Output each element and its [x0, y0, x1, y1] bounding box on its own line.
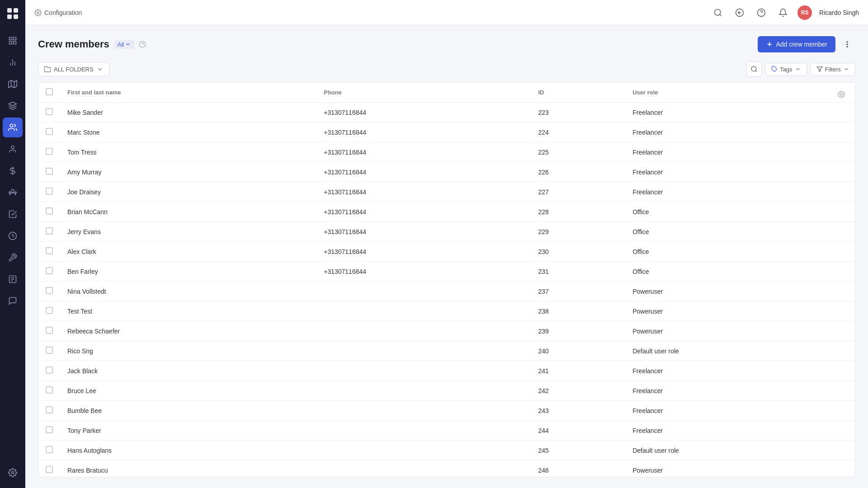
table-row[interactable]: Jerry Evans +31307116844 229 Office	[38, 222, 855, 242]
table-row[interactable]: Joe Draisey +31307116844 227 Freelancer	[38, 182, 855, 202]
search-toggle-button[interactable]	[746, 61, 762, 77]
sidebar-item-dashboard[interactable]	[3, 31, 23, 51]
sidebar-item-users[interactable]	[3, 117, 23, 137]
row-checkbox-cell[interactable]	[38, 341, 60, 361]
row-checkbox[interactable]	[46, 247, 53, 254]
sidebar-item-finance[interactable]	[3, 161, 23, 181]
sidebar-item-layers[interactable]	[3, 96, 23, 116]
row-checkbox[interactable]	[46, 466, 53, 473]
row-checkbox-cell[interactable]	[38, 401, 60, 421]
table-row[interactable]: Rico Sng 240 Default user role	[38, 341, 855, 361]
table-row[interactable]: Bruce Lee 242 Freelancer	[38, 381, 855, 401]
row-checkbox[interactable]	[46, 366, 53, 374]
cell-id: 227	[531, 182, 626, 202]
cell-name: Test Test	[60, 301, 316, 321]
filter-badge[interactable]: All	[114, 40, 134, 49]
select-all-header[interactable]	[38, 83, 60, 103]
table-row[interactable]: Alex Clark +31307116844 230 Office	[38, 242, 855, 262]
table-scroll-area[interactable]: First and last name Phone ID User role M…	[38, 83, 855, 477]
row-checkbox-cell[interactable]	[38, 162, 60, 182]
row-checkbox[interactable]	[46, 227, 53, 235]
sidebar-item-analytics[interactable]	[3, 52, 23, 72]
add-crew-member-button[interactable]: Add crew member	[758, 36, 835, 52]
row-checkbox-cell[interactable]	[38, 361, 60, 381]
table-row[interactable]: Tom Tress +31307116844 225 Freelancer	[38, 142, 855, 162]
row-checkbox[interactable]	[46, 108, 53, 115]
row-checkbox-cell[interactable]	[38, 381, 60, 401]
row-checkbox[interactable]	[46, 148, 53, 155]
sidebar-item-team[interactable]	[3, 183, 23, 202]
row-checkbox[interactable]	[46, 426, 53, 433]
row-checkbox[interactable]	[46, 267, 53, 274]
cell-id: 224	[531, 122, 626, 142]
row-checkbox-cell[interactable]	[38, 282, 60, 301]
table-row[interactable]: Ben Farley +31307116844 231 Office	[38, 262, 855, 282]
sidebar-item-map[interactable]	[3, 74, 23, 94]
row-checkbox-cell[interactable]	[38, 242, 60, 262]
row-checkbox-cell[interactable]	[38, 103, 60, 122]
row-checkbox-cell[interactable]	[38, 222, 60, 242]
row-checkbox[interactable]	[46, 327, 53, 334]
notifications-button[interactable]	[776, 5, 790, 20]
table-settings-button[interactable]	[835, 88, 848, 101]
row-checkbox-cell[interactable]	[38, 202, 60, 222]
row-checkbox-cell[interactable]	[38, 321, 60, 341]
table-row[interactable]: Jack Black 241 Freelancer	[38, 361, 855, 381]
row-checkbox-cell[interactable]	[38, 262, 60, 282]
select-all-checkbox[interactable]	[46, 88, 53, 95]
row-checkbox[interactable]	[46, 446, 53, 453]
row-checkbox[interactable]	[46, 128, 53, 135]
row-checkbox-cell[interactable]	[38, 182, 60, 202]
sidebar-item-time[interactable]	[3, 226, 23, 246]
user-name[interactable]: Ricardo Singh	[819, 9, 859, 16]
cell-id: 231	[531, 262, 626, 282]
table-row[interactable]: Brian McCann +31307116844 228 Office	[38, 202, 855, 222]
row-checkbox-cell[interactable]	[38, 460, 60, 477]
help-expand-button[interactable]	[732, 5, 747, 20]
page-help-icon[interactable]	[139, 41, 146, 48]
sidebar-item-tools[interactable]	[3, 248, 23, 267]
row-checkbox[interactable]	[46, 168, 53, 175]
folder-filter-button[interactable]: ALL FOLDERS	[38, 62, 109, 76]
table-row[interactable]: Bumble Bee 243 Freelancer	[38, 401, 855, 421]
row-checkbox-cell[interactable]	[38, 122, 60, 142]
row-checkbox[interactable]	[46, 188, 53, 195]
svg-rect-0	[7, 8, 12, 13]
table-row[interactable]: Rebeeca Schaefer 239 Poweruser	[38, 321, 855, 341]
cell-phone: +31307116844	[316, 103, 531, 122]
row-checkbox[interactable]	[46, 207, 53, 215]
cell-role: Default user role	[625, 441, 855, 460]
cell-id: 237	[531, 282, 626, 301]
table-row[interactable]: Hans Autoglans 245 Default user role	[38, 441, 855, 460]
row-checkbox[interactable]	[46, 347, 53, 354]
app-logo[interactable]	[5, 5, 21, 22]
cell-id: 226	[531, 162, 626, 182]
table-row[interactable]: Tony Parker 244 Freelancer	[38, 421, 855, 441]
table-row[interactable]: Rares Bratucu 246 Poweruser	[38, 460, 855, 477]
row-checkbox[interactable]	[46, 287, 53, 294]
user-avatar[interactable]: RS	[797, 5, 812, 20]
sidebar-item-person[interactable]	[3, 139, 23, 159]
table-row[interactable]: Nina Vollstedt 237 Poweruser	[38, 282, 855, 301]
tags-button[interactable]: Tags	[765, 63, 807, 76]
row-checkbox-cell[interactable]	[38, 301, 60, 321]
sidebar-item-tasks[interactable]	[3, 204, 23, 224]
row-checkbox-cell[interactable]	[38, 441, 60, 460]
table-row[interactable]: Amy Murray +31307116844 226 Freelancer	[38, 162, 855, 182]
search-button[interactable]	[711, 5, 725, 20]
row-checkbox-cell[interactable]	[38, 142, 60, 162]
row-checkbox[interactable]	[46, 307, 53, 314]
filters-button[interactable]: Filters	[811, 63, 855, 76]
table-row[interactable]: Marc Stone +31307116844 224 Freelancer	[38, 122, 855, 142]
table-row[interactable]: Mike Sander +31307116844 223 Freelancer	[38, 103, 855, 122]
more-options-button[interactable]	[839, 36, 855, 52]
help-button[interactable]	[754, 5, 769, 20]
toolbar-right: Tags Filters	[746, 61, 855, 77]
sidebar-item-reports[interactable]	[3, 269, 23, 289]
sidebar-item-chat[interactable]	[3, 291, 23, 311]
table-row[interactable]: Test Test 238 Poweruser	[38, 301, 855, 321]
row-checkbox[interactable]	[46, 386, 53, 394]
sidebar-item-settings[interactable]	[3, 463, 23, 483]
row-checkbox-cell[interactable]	[38, 421, 60, 441]
row-checkbox[interactable]	[46, 406, 53, 413]
